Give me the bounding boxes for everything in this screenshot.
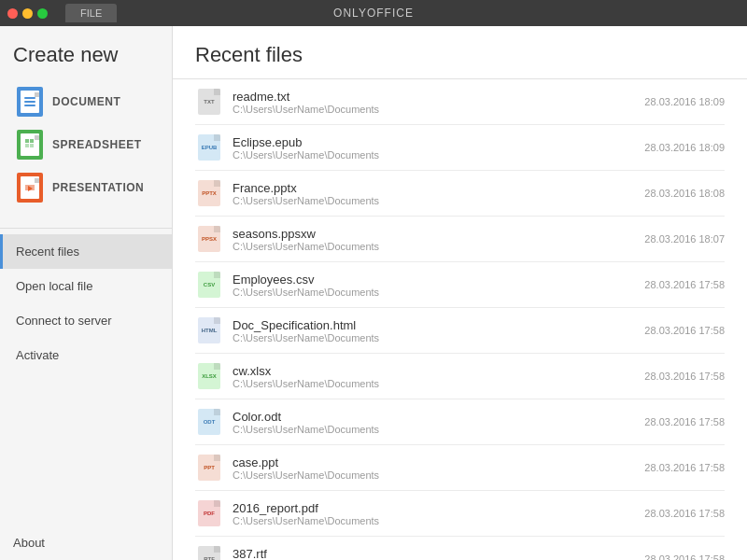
file-type-icon: RTF (198, 546, 220, 560)
close-button[interactable] (7, 8, 18, 19)
file-path: C:\Users\UserName\Documents (233, 515, 635, 526)
file-name: Color.odt (233, 410, 635, 424)
file-date: 28.03.2016 17:58 (644, 325, 725, 336)
file-date: 28.03.2016 17:58 (644, 508, 725, 519)
file-info: 2016_report.pdf C:\Users\UserName\Docume… (233, 501, 635, 526)
file-row[interactable]: PPSX seasons.ppsxw C:\Users\UserName\Doc… (195, 217, 725, 262)
file-type-label: RTF (204, 556, 215, 560)
create-document-button[interactable]: DOCUMENT (13, 80, 159, 123)
file-name: cw.xlsx (233, 364, 635, 378)
file-path: C:\Users\UserName\Documents (233, 287, 635, 298)
file-name: case.ppt (233, 455, 635, 469)
sidebar: Create new DOCUMENT (0, 26, 173, 560)
file-tab[interactable]: FILE (65, 4, 117, 22)
file-info: Doc_Specification.html C:\Users\UserName… (233, 318, 635, 343)
file-thumb: PPSX (195, 223, 223, 255)
file-row[interactable]: RTF 387.rtf C:\Users\UserName\Documents … (195, 537, 725, 560)
nav-activate[interactable]: Activate (0, 338, 172, 372)
file-thumb: TXT (195, 86, 223, 118)
create-spreadsheet-button[interactable]: SPREADSHEET (13, 123, 159, 166)
file-type-label: EPUB (202, 145, 218, 150)
file-type-label: PPTX (202, 190, 217, 196)
file-row[interactable]: PPTX France.pptx C:\Users\UserName\Docum… (195, 171, 725, 217)
file-thumb: PDF (195, 497, 223, 529)
presentation-label: PRESENTATION (52, 181, 144, 194)
file-row[interactable]: TXT readme.txt C:\Users\UserName\Documen… (195, 79, 725, 125)
file-row[interactable]: EPUB Eclipse.epub C:\Users\UserName\Docu… (195, 125, 725, 171)
file-thumb: CSV (195, 269, 223, 301)
file-corner (214, 89, 220, 95)
document-label: DOCUMENT (52, 95, 120, 108)
file-path: C:\Users\UserName\Documents (233, 424, 635, 435)
maximize-button[interactable] (37, 8, 48, 19)
sidebar-nav: Recent files Open local file Connect to … (0, 234, 172, 372)
file-row[interactable]: PPT case.ppt C:\Users\UserName\Documents… (195, 445, 725, 491)
file-thumb: RTF (195, 543, 223, 560)
file-info: France.pptx C:\Users\UserName\Documents (233, 181, 635, 206)
nav-recent-files[interactable]: Recent files (0, 234, 172, 269)
file-date: 28.03.2016 17:58 (644, 371, 725, 382)
create-new-section: Create new DOCUMENT (0, 26, 172, 222)
file-corner (214, 180, 220, 187)
file-path: C:\Users\UserName\Documents (233, 149, 635, 161)
file-type-icon: ODT (198, 409, 220, 435)
presentation-icon (17, 173, 43, 203)
file-row[interactable]: ODT Color.odt C:\Users\UserName\Document… (195, 399, 725, 445)
file-date: 28.03.2016 17:58 (644, 553, 725, 560)
file-type-icon: PDF (198, 500, 220, 526)
nav-connect-server[interactable]: Connect to server (0, 303, 172, 338)
file-date: 28.03.2016 18:08 (644, 188, 725, 199)
nav-open-local[interactable]: Open local file (0, 269, 172, 303)
file-thumb: PPT (195, 452, 223, 483)
svg-rect-3 (30, 144, 34, 147)
svg-rect-0 (25, 139, 29, 143)
pres-svg (24, 183, 35, 192)
file-type-icon: CSV (198, 272, 220, 298)
document-icon (17, 87, 43, 117)
file-date: 28.03.2016 18:07 (644, 233, 725, 245)
file-name: Doc_Specification.html (233, 318, 635, 332)
file-type-icon: XLSX (198, 363, 220, 389)
file-thumb: EPUB (195, 132, 223, 163)
file-type-icon: HTML (198, 317, 220, 343)
file-type-label: PPT (204, 465, 215, 470)
main-header: Recent files (173, 26, 747, 79)
file-info: case.ppt C:\Users\UserName\Documents (233, 455, 635, 481)
spreadsheet-icon (17, 130, 43, 160)
file-info: seasons.ppsxw C:\Users\UserName\Document… (233, 227, 635, 252)
file-info: Eclipse.epub C:\Users\UserName\Documents (233, 135, 635, 161)
file-path: C:\Users\UserName\Documents (233, 241, 635, 252)
files-list[interactable]: TXT readme.txt C:\Users\UserName\Documen… (173, 79, 747, 560)
sheet-file-icon (21, 133, 39, 156)
file-corner (214, 409, 220, 415)
file-row[interactable]: PDF 2016_report.pdf C:\Users\UserName\Do… (195, 491, 725, 537)
file-row[interactable]: XLSX cw.xlsx C:\Users\UserName\Documents… (195, 354, 725, 399)
minimize-button[interactable] (22, 8, 33, 19)
file-corner (214, 134, 220, 141)
file-row[interactable]: HTML Doc_Specification.html C:\Users\Use… (195, 308, 725, 354)
file-type-label: PPSX (202, 236, 217, 242)
svg-rect-1 (30, 139, 34, 143)
create-presentation-button[interactable]: PRESENTATION (13, 166, 159, 209)
traffic-lights (7, 8, 48, 19)
file-corner (214, 546, 220, 553)
sheet-svg (24, 138, 35, 151)
file-corner (214, 455, 220, 461)
about-link[interactable]: About (0, 525, 172, 560)
file-date: 28.03.2016 18:09 (644, 142, 725, 153)
file-corner (214, 363, 220, 370)
file-type-icon: PPSX (198, 226, 220, 252)
file-path: C:\Users\UserName\Documents (233, 104, 635, 115)
file-row[interactable]: CSV Employees.csv C:\Users\UserName\Docu… (195, 262, 725, 308)
file-type-label: CSV (204, 282, 215, 287)
file-path: C:\Users\UserName\Documents (233, 195, 635, 206)
tab-area: FILE (65, 4, 117, 22)
file-type-icon: EPUB (198, 134, 220, 161)
file-info: 387.rtf C:\Users\UserName\Documents (233, 547, 635, 561)
file-date: 28.03.2016 18:09 (644, 96, 725, 107)
file-thumb: PPTX (195, 177, 223, 209)
app-title: ONLYOFFICE (333, 7, 414, 20)
file-name: seasons.ppsxw (233, 227, 635, 241)
file-corner (214, 226, 220, 232)
file-info: Color.odt C:\Users\UserName\Documents (233, 410, 635, 435)
